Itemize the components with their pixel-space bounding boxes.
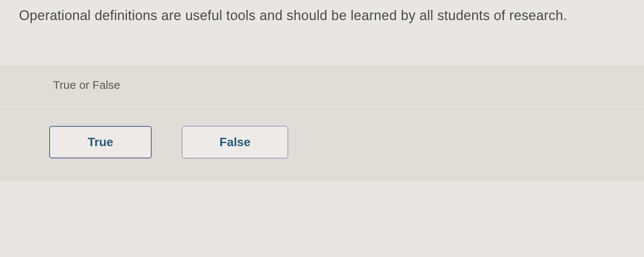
false-button[interactable]: False	[182, 126, 288, 158]
options-row: True False	[0, 105, 644, 158]
answer-section: True or False True False	[0, 65, 644, 181]
answer-prompt-label: True or False	[0, 65, 644, 105]
question-text: Operational definitions are useful tools…	[0, 0, 644, 35]
true-button[interactable]: True	[49, 126, 152, 158]
